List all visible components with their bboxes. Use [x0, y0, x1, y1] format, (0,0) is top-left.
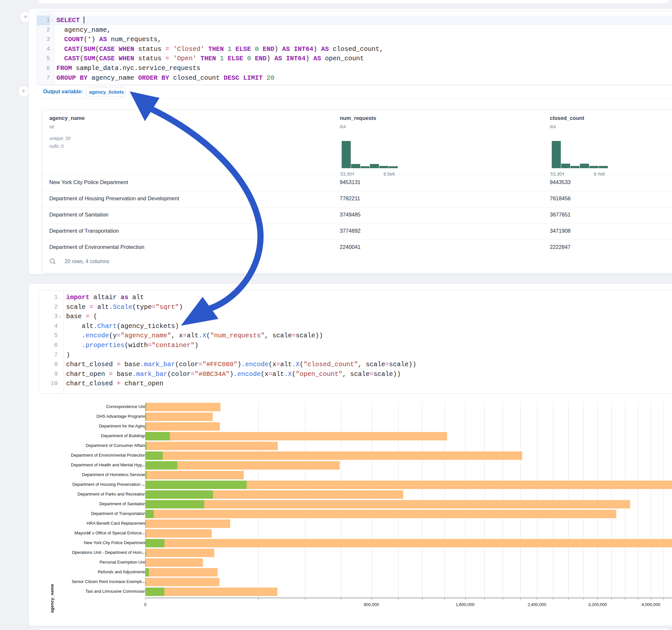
code-line[interactable]: 3⌄base = ( [39, 312, 672, 321]
closed-count-bar[interactable] [145, 549, 214, 557]
open-count-bar[interactable] [145, 587, 164, 596]
open-count-bar[interactable] [145, 549, 146, 557]
column-header[interactable]: closed_count [550, 115, 584, 121]
closed-count-bar[interactable] [145, 413, 213, 421]
closed-count-bar[interactable] [145, 529, 212, 538]
code-line[interactable]: 5 CAST(SUM(CASE WHEN status = 'Open' THE… [37, 54, 672, 64]
table-row[interactable]: New York City Police Department945313194… [43, 175, 672, 191]
open-count-bar[interactable] [145, 471, 146, 479]
cell-num_requests: 7782211 [340, 195, 360, 201]
cell-num_requests: 3774892 [340, 228, 360, 234]
line-number: 2 [38, 25, 50, 35]
table-row[interactable]: Department of Environmental Protection22… [43, 240, 672, 256]
chevron-down-icon[interactable]: ⌄ [59, 312, 61, 321]
table-row[interactable]: Department of Transportation377489234719… [43, 224, 672, 240]
closed-count-bar[interactable] [145, 568, 217, 577]
output-variable-label: Output variable: [43, 89, 83, 95]
closed-count-bar[interactable] [145, 500, 630, 508]
line-number: 3 [45, 312, 58, 321]
column-unique-count: unique: 20 [49, 136, 70, 141]
column-header[interactable]: agency_name [49, 115, 85, 121]
open-count-bar[interactable] [145, 422, 146, 431]
line-number: 7 [38, 73, 50, 83]
code-line[interactable]: 4 CAST(SUM(CASE WHEN status = 'Closed' T… [37, 44, 672, 54]
open-count-bar[interactable] [145, 481, 247, 489]
python-cell-card: 1import altair as alt2scale = alt.Scale(… [28, 284, 672, 626]
sql-editor[interactable]: 1⌄SELECT 2 agency_name,3 COUNT(*) AS num… [37, 11, 672, 85]
open-count-bar[interactable] [145, 432, 170, 440]
code-line[interactable]: 7) [39, 350, 672, 360]
open-count-bar[interactable] [145, 461, 177, 469]
search-icon[interactable] [49, 258, 57, 265]
y-axis-title: agency_name [50, 584, 54, 613]
closed-count-bar[interactable] [145, 519, 230, 528]
open-count-bar[interactable] [145, 539, 164, 547]
line-number: 10 [45, 379, 58, 389]
y-axis-label: DHS Advantage Programs [97, 414, 146, 419]
x-axis-line [145, 598, 672, 598]
code-line[interactable]: 2scale = alt.Scale(type="sqrt") [39, 302, 672, 312]
sql-cell-card: 1⌄SELECT 2 agency_name,3 COUNT(*) AS num… [28, 8, 672, 274]
code-line[interactable]: 9chart_open = base.mark_bar(color="#8BC3… [39, 369, 672, 379]
column-header[interactable]: num_requests [340, 115, 376, 121]
code-line[interactable]: 5 .encode(y="agency_name", x=alt.X("num_… [39, 331, 672, 341]
code-line[interactable]: 8chart_closed = base.mark_bar(color="#FF… [39, 360, 672, 369]
closed-count-bar[interactable] [145, 471, 244, 479]
code-line[interactable]: 3 COUNT(*) AS num_requests, [37, 35, 672, 44]
code-line[interactable]: 4 alt.Chart(agency_tickets) [39, 321, 672, 331]
open-count-bar[interactable] [145, 578, 146, 586]
python-editor[interactable]: 1import altair as alt2scale = alt.Scale(… [39, 290, 672, 394]
open-count-bar[interactable] [145, 558, 146, 567]
open-count-bar[interactable] [145, 452, 163, 460]
closed-count-bar[interactable] [145, 539, 672, 547]
x-axis-label: 3,200,000 [578, 602, 617, 607]
closed-count-bar[interactable] [145, 432, 447, 440]
code-line[interactable]: 1import altair as alt [39, 293, 672, 302]
next-cell-edge [38, 628, 669, 630]
table-row[interactable]: Department of Housing Preservation and D… [43, 191, 672, 207]
open-count-bar[interactable] [145, 403, 146, 411]
cell-agency_name: Department of Sanitation [49, 212, 109, 218]
closed-count-bar[interactable] [145, 558, 203, 567]
y-axis-label: Department of Transportation [91, 511, 146, 516]
chevron-down-icon[interactable]: ⌄ [51, 16, 53, 25]
code-line[interactable]: 2 agency_name, [37, 25, 672, 35]
output-variable-input[interactable]: agency_tickets [86, 87, 126, 97]
open-count-bar[interactable] [145, 519, 146, 528]
open-count-bar[interactable] [145, 442, 146, 450]
column-type: i64 [550, 124, 556, 129]
cell-closed_count: 3677651 [550, 212, 571, 218]
altair-chart[interactable]: Correspondence UnitDHS Advantage Program… [29, 397, 672, 618]
closed-count-bar[interactable] [145, 442, 278, 450]
closed-count-bar[interactable] [145, 452, 522, 460]
open-count-bar[interactable] [145, 490, 213, 499]
cell-agency_name: New York City Police Department [49, 179, 128, 185]
closed-count-bar[interactable] [145, 403, 220, 411]
code-line[interactable]: 6 .properties(width="container") [39, 341, 672, 350]
open-count-bar[interactable] [145, 500, 204, 508]
code-line[interactable]: 10chart_closed + chart_open [39, 379, 672, 389]
code-line[interactable]: 1⌄SELECT [37, 16, 672, 25]
y-axis-label: Personal Exemption Unit [99, 560, 146, 564]
column-null-count: nulls: 0 [49, 144, 64, 149]
result-table-card: agency_namestrunique: 20nulls: 0num_requ… [42, 110, 672, 273]
closed-count-bar[interactable] [145, 578, 219, 586]
text-cursor [83, 17, 84, 23]
line-number: 9 [45, 369, 58, 379]
open-count-bar[interactable] [145, 510, 154, 518]
open-count-bar[interactable] [145, 529, 146, 538]
add-cell-button[interactable]: + [18, 86, 29, 97]
closed-count-bar[interactable] [145, 422, 220, 431]
cell-closed_count: 9443533 [550, 179, 571, 185]
y-axis-label: Senior Citizen Rent Increase Exempti… [72, 579, 146, 584]
code-line[interactable]: 6FROM sample_data.nyc.service_requests [37, 64, 672, 73]
line-number: 7 [45, 350, 58, 360]
code-line[interactable]: 7GROUP BY agency_name ORDER BY closed_co… [37, 73, 672, 83]
y-axis-label: Refunds and Adjustments [98, 570, 146, 574]
closed-count-bar[interactable] [145, 510, 616, 518]
table-row[interactable]: Department of Sanitation37494853677651 [43, 208, 672, 223]
open-count-bar[interactable] [145, 568, 149, 577]
y-axis-label: Mayorâ€ s Office of Special Enforce… [75, 531, 146, 535]
closed-count-bar[interactable] [145, 587, 278, 596]
open-count-bar[interactable] [145, 413, 146, 421]
